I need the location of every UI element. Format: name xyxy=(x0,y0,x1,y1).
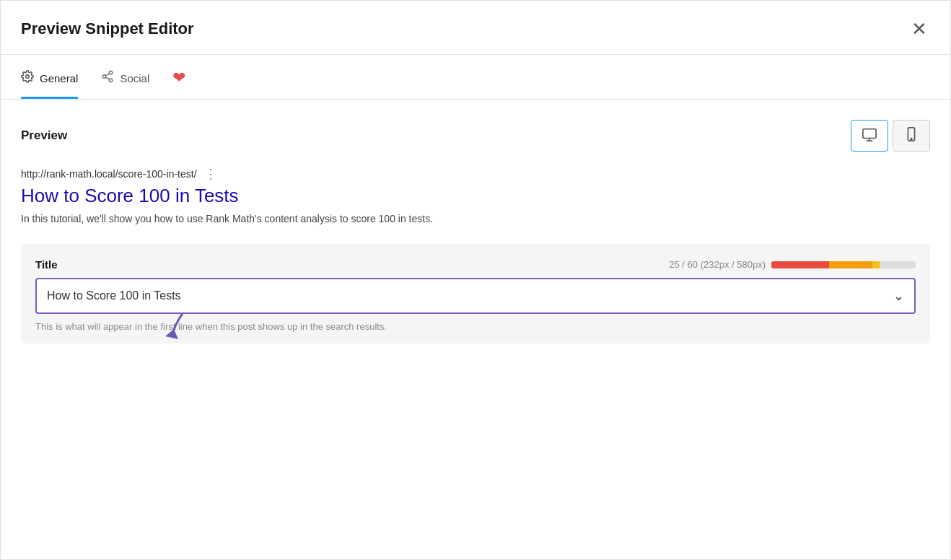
close-button[interactable]: ✕ xyxy=(908,17,930,41)
progress-yellow-segment xyxy=(872,261,880,268)
social-icon xyxy=(101,70,114,87)
title-field-hint: This is what will appear in the first li… xyxy=(35,321,916,332)
title-field-label: Title xyxy=(35,258,58,271)
main-content: Preview xyxy=(1,100,950,364)
snippet-url-row: http://rank-math.local/score-100-in-test… xyxy=(21,166,930,182)
svg-point-0 xyxy=(26,74,30,78)
tab-favorite[interactable]: ❤ xyxy=(172,56,185,100)
svg-rect-6 xyxy=(863,128,876,138)
progress-red-segment xyxy=(771,261,829,268)
tab-general[interactable]: General xyxy=(21,57,78,99)
snippet-title-link[interactable]: How to Score 100 in Tests xyxy=(21,185,930,207)
desktop-icon xyxy=(862,127,877,145)
url-options-button[interactable]: ⋮ xyxy=(204,166,217,182)
tab-social-label: Social xyxy=(120,72,149,84)
dialog-title: Preview Snippet Editor xyxy=(21,19,194,38)
title-progress-bar xyxy=(771,261,916,268)
title-field-counter: 25 / 60 (232px / 580px) xyxy=(669,259,916,270)
tabs-bar: General Social ❤ xyxy=(1,55,950,100)
snippet-url-text: http://rank-math.local/score-100-in-test… xyxy=(21,168,197,180)
svg-line-5 xyxy=(106,73,110,75)
title-field-header: Title 25 / 60 (232px / 580px) xyxy=(35,258,916,271)
mobile-view-button[interactable] xyxy=(893,120,930,152)
snippet-description: In this tutorial, we'll show you how to … xyxy=(21,211,930,227)
heart-icon: ❤ xyxy=(172,69,185,87)
preview-header: Preview xyxy=(21,120,930,152)
device-buttons xyxy=(851,120,930,152)
progress-orange-segment xyxy=(829,261,872,268)
dialog-header: Preview Snippet Editor ✕ xyxy=(1,1,950,55)
title-chevron-button[interactable]: ⌄ xyxy=(893,288,904,304)
preview-snippet-editor-dialog: Preview Snippet Editor ✕ General xyxy=(0,0,951,560)
title-input[interactable] xyxy=(37,279,914,312)
tab-social[interactable]: Social xyxy=(101,57,149,99)
editor-section: Title 25 / 60 (232px / 580px) ⌄ This is … xyxy=(21,244,930,344)
title-input-wrapper: ⌄ xyxy=(35,278,916,314)
svg-line-4 xyxy=(106,77,110,79)
tab-general-label: General xyxy=(40,72,78,84)
svg-point-10 xyxy=(911,138,912,139)
mobile-icon xyxy=(906,126,916,146)
snippet-preview: http://rank-math.local/score-100-in-test… xyxy=(21,166,930,227)
title-counter-text: 25 / 60 (232px / 580px) xyxy=(669,259,766,270)
gear-icon xyxy=(21,70,34,87)
desktop-view-button[interactable] xyxy=(851,120,888,152)
preview-label: Preview xyxy=(21,128,67,143)
